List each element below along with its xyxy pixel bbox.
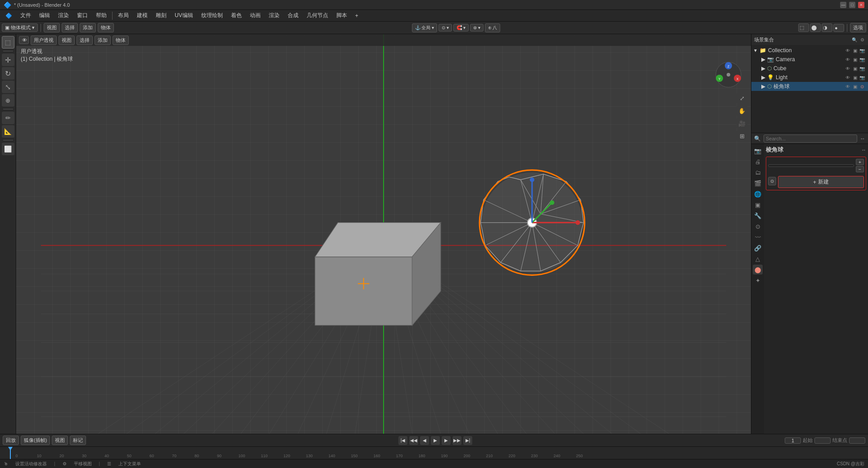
workspace-texture-paint[interactable]: 纹理绘制 [198,11,226,20]
viewport-object-menu[interactable]: 物体 [113,36,129,45]
add-primitive-tool[interactable]: ⬜ [2,143,14,155]
workspace-geometry-nodes[interactable]: 几何节点 [303,11,332,20]
shaderfx-props-btn[interactable]: ✦ [753,275,763,285]
markers-btn[interactable]: 标记 [70,436,86,445]
camera-vis-icon[interactable]: 👁 [845,56,851,63]
workspace-compositing[interactable]: 合成 [284,11,302,20]
minimize-button[interactable]: — [840,2,846,8]
wireframe-shading-btn[interactable]: ⬚ [798,23,809,32]
workspace-render[interactable]: 渲染 [265,11,283,20]
workspace-uv[interactable]: UV编辑 [171,11,197,20]
rendered-shading-btn[interactable]: ● [833,24,844,32]
grid-view-btn[interactable]: ⊞ [737,130,747,141]
output-props-btn[interactable]: 🖨 [753,157,763,166]
props-expand-btn[interactable]: ↔ [861,147,866,153]
properties-expand-icon[interactable]: ↔ [860,135,865,142]
menu-render[interactable]: 渲染 [54,11,72,20]
new-material-button[interactable]: + 新建 [778,176,864,188]
sync-menu-btn[interactable]: 狐像(插帧) [21,436,50,445]
snap-btn[interactable]: 🧲 ▾ [453,24,469,32]
outliner-light[interactable]: ▶ 💡 Light 👁 ▣ 📷 [751,73,868,82]
visibility-icon[interactable]: 👁 [845,47,851,54]
menu-window[interactable]: 窗口 [73,11,91,20]
viewport-select-menu[interactable]: 选择 [77,36,93,45]
render-props-btn[interactable]: 📷 [753,146,763,156]
rotate-tool[interactable]: ↻ [2,67,14,80]
annotate-tool[interactable]: ✏ [2,112,14,124]
start-frame-input[interactable]: 1 [814,437,831,444]
view-mode-btn[interactable]: 用户透视 [31,36,57,45]
menu-help[interactable]: 帮助 [92,11,110,20]
show-gizmo-btn[interactable]: ⊕ 八 [485,23,501,32]
physics-props-btn[interactable]: 〰 [753,232,763,242]
outliner-filter-btn[interactable]: 🔍 [851,36,858,43]
viewport-type-icon[interactable]: 👁 [19,36,29,44]
light-render-icon[interactable]: 📷 [859,74,865,81]
hand-pan-btn[interactable]: ✋ [737,105,747,116]
particles-props-btn[interactable]: ⊙ [753,221,763,231]
workspace-layout[interactable]: 布局 [114,11,132,20]
workspace-animation[interactable]: 动画 [246,11,264,20]
camera-vp-icon[interactable]: ▣ [852,56,858,63]
window-controls[interactable]: — □ ✕ [840,2,864,8]
data-props-btn[interactable]: △ [753,254,763,264]
select-menu-btn[interactable]: 选择 [62,23,78,32]
material-slot-list[interactable] [768,164,854,167]
viewport-add-menu[interactable]: 添加 [95,36,111,45]
object-props-btn[interactable]: ▣ [753,200,763,210]
viewport-icon[interactable]: ▣ [852,47,858,54]
select-box-tool[interactable]: ⬚ [2,36,14,49]
cube-vis-icon[interactable]: 👁 [845,65,851,72]
modifier-props-btn[interactable]: 🔧 [753,211,763,220]
outliner-icosphere[interactable]: ▶ ⬡ 棱角球 👁 ▣ ⊙ [751,82,868,91]
icosphere-vis-icon[interactable]: 👁 [845,83,851,90]
jump-to-start-btn[interactable]: |◀ [398,436,407,445]
light-vis-icon[interactable]: 👁 [845,74,851,81]
add-slot-btn[interactable]: + [856,159,864,165]
add-menu-btn[interactable]: 添加 [80,23,96,32]
menu-logo[interactable]: 🔷 [2,12,16,20]
scene-props-btn[interactable]: 🎬 [753,178,763,188]
solid-shading-btn[interactable]: ⬤ [810,23,821,32]
viewport-view-menu[interactable]: 视图 [59,36,75,45]
playback-menu-btn[interactable]: 回放 [3,436,19,445]
material-props-btn[interactable]: ⬤ [753,265,763,274]
maximize-button[interactable]: □ [849,2,855,8]
options-btn[interactable]: 选项 [850,23,866,32]
camera-view-btn[interactable]: 🎥 [737,118,747,129]
light-vp-icon[interactable]: ▣ [852,74,858,81]
move-tool[interactable]: ✛ [2,54,14,66]
measure-tool[interactable]: 📐 [2,125,14,138]
next-frame-btn[interactable]: ▶ [442,436,451,445]
cube-render-icon[interactable]: 📷 [859,65,865,72]
timeline-ruler[interactable]: 0 10 20 30 40 50 60 70 80 90 100 110 120… [0,446,868,459]
object-mode-selector[interactable]: ▣ 物体模式 ▾ [2,23,38,32]
zoom-to-fit-btn[interactable]: ⤢ [737,93,747,104]
workspace-sculpt[interactable]: 雕刻 [152,11,170,20]
menu-edit[interactable]: 编辑 [36,11,54,20]
material-preview-btn[interactable]: ◑ [822,23,832,32]
cube-vp-icon[interactable]: ▣ [852,65,858,72]
outliner-collection[interactable]: ▾ 📁 Collection 👁 ▣ 📷 [751,46,868,55]
current-frame-input[interactable] [785,437,801,444]
prop-edit-btn[interactable]: ⊛ ▾ [470,24,484,32]
icosphere-render-icon[interactable]: ⊙ [859,83,865,90]
play-btn[interactable]: ▶ [431,436,440,445]
properties-search[interactable] [764,135,857,143]
viewlayer-props-btn[interactable]: 🗂 [753,167,763,177]
outliner-settings-btn[interactable]: ⚙ [859,36,865,43]
object-menu-btn[interactable]: 物体 [98,23,114,32]
prev-keyframe-btn[interactable]: ◀◀ [409,436,418,445]
camera-render-icon[interactable]: 📷 [859,56,865,63]
viewport-3d[interactable]: 👁 用户透视 视图 选择 添加 物体 用户透视 (1) Collection |… [16,34,751,434]
end-frame-input[interactable]: 250 [849,437,865,444]
scale-tool[interactable]: ⤡ [2,81,14,93]
close-button[interactable]: ✕ [858,2,864,8]
icosphere-vp-icon[interactable]: ▣ [852,83,858,90]
view-menu-btn[interactable]: 视图 [44,23,60,32]
material-browse-btn[interactable]: ⊙ [768,177,776,185]
workspace-shading[interactable]: 着色 [227,11,245,20]
workspace-modeling[interactable]: 建模 [133,11,151,20]
outliner-cube[interactable]: ▶ ⬡ Cube 👁 ▣ 📷 [751,64,868,73]
transform-tool[interactable]: ⊕ [2,94,14,107]
